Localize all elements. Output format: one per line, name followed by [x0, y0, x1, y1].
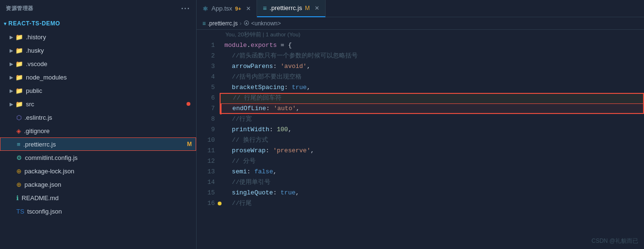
file-icon: 📁: [15, 47, 23, 54]
code-area: 12345678910111213141516 module.exports =…: [197, 40, 644, 249]
sidebar-item-package-lock[interactable]: ⊕ package-lock.json: [0, 164, 196, 178]
sidebar-item-commitlint[interactable]: ⚙ commitlint.config.js: [0, 151, 196, 164]
token-str: 'preserve': [273, 146, 310, 156]
tab-label: .prettierrc.js: [269, 4, 302, 11]
line-number: 10: [197, 135, 215, 146]
breadcrumb-file-icon: ≡: [202, 20, 206, 27]
sidebar-more-button[interactable]: ···: [181, 4, 190, 13]
code-line: bracketSpacing: true,: [220, 82, 644, 93]
file-icon: TS: [16, 208, 24, 215]
sidebar-item-prettierrc[interactable]: ≡ .prettierrc.js M: [0, 137, 196, 151]
line-number: 13: [197, 167, 215, 177]
token-cmt: //行宽: [224, 114, 252, 124]
token-kw: module: [224, 40, 247, 51]
sidebar-item-eslintrc[interactable]: ⬡ .eslintrc.js: [0, 111, 196, 124]
token-obj-key: printWidth: [224, 124, 269, 135]
chevron-icon: ▶: [10, 75, 13, 80]
tab-close-button[interactable]: ✕: [315, 5, 319, 11]
file-icon: ℹ: [16, 194, 19, 202]
token-punct: ,: [273, 167, 277, 177]
tab-app-tsx[interactable]: ⚛ App.tsx 9+ ✕: [197, 0, 257, 17]
sidebar-item-gitignore[interactable]: ◈ .gitignore: [0, 124, 196, 137]
file-label: .husky: [26, 47, 192, 54]
token-punct: :: [269, 124, 277, 135]
line-number: 8: [197, 114, 215, 124]
tab-icon: ⚛: [202, 5, 209, 12]
token-punct: ,: [310, 146, 314, 156]
line-number: 3: [197, 61, 215, 72]
sidebar-item-public[interactable]: ▶ 📁 public: [0, 84, 196, 97]
watermark: CSDN @礼貌而已: [591, 237, 638, 245]
token-punct: :: [266, 146, 273, 156]
file-label: node_modules: [26, 74, 192, 81]
token-punct: .: [247, 40, 251, 51]
sidebar-item-history[interactable]: ▶ 📁 .history: [0, 30, 196, 44]
token-kw: exports: [251, 40, 277, 51]
file-icon: 📁: [15, 60, 23, 68]
sidebar-item-tsconfig[interactable]: TS tsconfig.json: [0, 204, 196, 218]
chevron-icon: ▶: [10, 102, 13, 107]
token-cmt: //行尾: [224, 198, 252, 209]
file-icon: 📁: [15, 87, 23, 94]
line-number: 4: [197, 72, 215, 82]
token-cmt: //使用单引号: [224, 177, 270, 188]
modified-dot: [187, 102, 190, 106]
file-icon: ⊕: [16, 181, 22, 188]
file-icon: ⊕: [16, 168, 22, 175]
sidebar-header: 资源管理器 ···: [0, 0, 196, 17]
tabs-bar: ⚛ App.tsx 9+ ✕ ≡ .prettierrc.js M ✕: [197, 0, 644, 17]
sidebar-item-src[interactable]: ▶ 📁 src: [0, 97, 196, 111]
code-content[interactable]: module.exports = { //箭头函数只有一个参数的时候可以忽略括号…: [220, 40, 644, 249]
token-cmt: // 行尾的回车符: [225, 93, 281, 103]
breadcrumb-symbol-icon: ⦿: [244, 20, 249, 27]
file-label: .history: [26, 34, 192, 41]
code-line: module.exports = {: [220, 40, 644, 51]
sidebar-item-package[interactable]: ⊕ package.json: [0, 178, 196, 191]
sidebar-item-husky[interactable]: ▶ 📁 .husky: [0, 44, 196, 57]
token-cmt: // 换行方式: [224, 135, 268, 146]
line-number: 12: [197, 156, 215, 167]
chevron-icon: ▶: [10, 34, 13, 40]
token-punct: :: [273, 61, 281, 72]
file-icon: ⚙: [16, 154, 22, 161]
file-tree: ▶ 📁 .history ▶ 📁 .husky ▶ 📁 .vscode ▶ 📁 …: [0, 30, 196, 218]
chevron-icon: ▶: [10, 88, 13, 93]
tabs-container: ⚛ App.tsx 9+ ✕ ≡ .prettierrc.js M ✕: [197, 0, 326, 17]
sidebar-root[interactable]: ▾ REACT-TS-DEMO: [0, 17, 196, 30]
line-number: 5: [197, 82, 215, 93]
line-accent: [220, 104, 222, 114]
line-numbers: 12345678910111213141516: [197, 40, 220, 249]
token-punct: ,: [296, 103, 300, 114]
root-chevron-icon: ▾: [4, 21, 7, 26]
file-label: .gitignore: [24, 127, 192, 135]
line-number: 7: [197, 103, 215, 114]
code-line: singleQuote: true,: [220, 188, 644, 198]
chevron-icon: ▶: [10, 61, 13, 67]
tab-badge: 9+: [235, 6, 241, 11]
file-icon: 📁: [15, 34, 23, 41]
line-number: 16: [197, 198, 215, 209]
sidebar: 资源管理器 ··· ▾ REACT-TS-DEMO ▶ 📁 .history ▶…: [0, 0, 197, 249]
sidebar-item-vscode[interactable]: ▶ 📁 .vscode: [0, 57, 196, 70]
token-punct: :: [266, 103, 274, 114]
file-label: .eslintrc.js: [24, 114, 192, 121]
token-bool: true: [281, 188, 295, 198]
sidebar-item-readme[interactable]: ℹ README.md: [0, 191, 196, 204]
code-line: //括号内部不要出现空格: [220, 72, 644, 82]
code-line: printWidth: 100,: [220, 124, 644, 135]
token-punct: :: [273, 188, 281, 198]
tab-prettierrc-js[interactable]: ≡ .prettierrc.js M ✕: [257, 0, 326, 17]
code-line: endOfLine: 'auto',: [220, 103, 644, 114]
token-obj-key: bracketSpacing: [224, 82, 284, 93]
tab-close-button[interactable]: ✕: [246, 5, 251, 12]
sidebar-title: 资源管理器: [6, 5, 34, 12]
sidebar-item-node_modules[interactable]: ▶ 📁 node_modules: [0, 70, 196, 84]
git-blame: You, 20秒钟前 | 1 author (You): [197, 30, 644, 40]
token-cmt: //括号内部不要出现空格: [224, 72, 302, 82]
editor: ⚛ App.tsx 9+ ✕ ≡ .prettierrc.js M ✕ ≡ .p…: [197, 0, 644, 249]
breadcrumb-file: .prettierrc.js: [208, 20, 238, 27]
token-str: 'avoid': [281, 61, 307, 72]
token-punct: = {: [277, 40, 292, 51]
token-punct: ,: [288, 124, 292, 135]
token-punct: :: [247, 167, 255, 177]
